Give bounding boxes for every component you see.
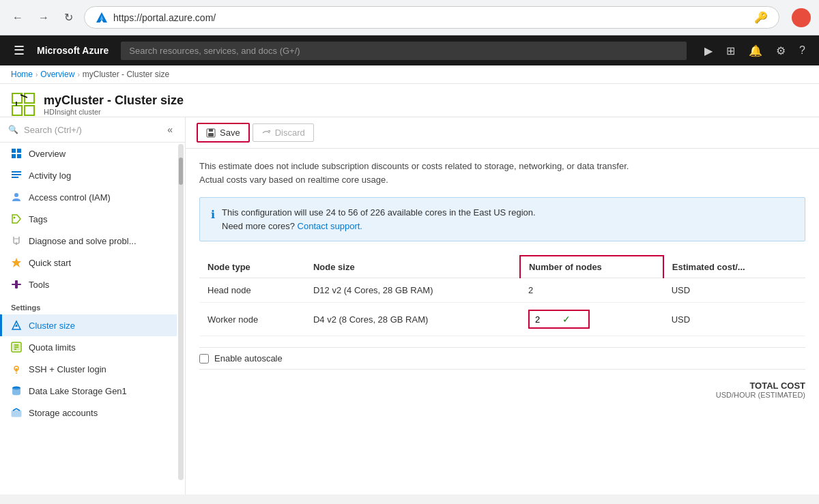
svg-rect-5: [17, 149, 21, 153]
svg-rect-10: [12, 177, 18, 178]
node-input-check-icon: ✓: [562, 314, 571, 325]
sidebar-scrollbar[interactable]: [178, 144, 184, 480]
sidebar-search-input[interactable]: [24, 125, 158, 135]
ssh-login-icon: [11, 364, 22, 374]
enable-autoscale-checkbox[interactable]: [199, 354, 209, 364]
sidebar-item-access-control[interactable]: Access control (IAM): [0, 186, 177, 208]
svg-rect-6: [12, 154, 16, 158]
refresh-button[interactable]: ↻: [60, 8, 77, 27]
sidebar-label-tags: Tags: [29, 214, 47, 224]
save-button[interactable]: Save: [197, 123, 250, 143]
sidebar-item-quick-start[interactable]: Quick start: [0, 252, 177, 273]
sidebar-item-diagnose[interactable]: Diagnose and solve probl...: [0, 230, 177, 252]
th-node-size: Node size: [305, 256, 520, 278]
svg-point-24: [16, 372, 17, 374]
th-node-type: Node type: [199, 256, 305, 278]
sidebar-search-area: 🔍 «: [0, 117, 185, 143]
sidebar-item-ssh-login[interactable]: SSH + Cluster login: [0, 358, 177, 380]
key-icon: 🔑: [754, 11, 768, 24]
table-row-worker-node: Worker node D4 v2 (8 Cores, 28 GB RAM) ✓…: [199, 303, 805, 336]
sidebar-label-quick-start: Quick start: [29, 258, 71, 268]
sidebar-collapse-button[interactable]: «: [163, 123, 177, 136]
svg-rect-4: [12, 149, 16, 153]
forward-button[interactable]: →: [34, 9, 53, 27]
activity-log-icon: [11, 170, 22, 181]
page-title: myCluster - Cluster size: [44, 93, 184, 108]
sidebar-item-data-lake[interactable]: Data Lake Storage Gen1: [0, 380, 177, 402]
cluster-size-icon: [11, 320, 22, 331]
back-button[interactable]: ←: [8, 9, 27, 27]
sidebar-label-data-lake: Data Lake Storage Gen1: [29, 386, 127, 396]
hamburger-button[interactable]: ☰: [8, 40, 30, 61]
sidebar-label-tools: Tools: [29, 280, 49, 290]
discard-icon: [261, 128, 271, 138]
azure-brand-label: Microsoft Azure: [37, 45, 109, 56]
cluster-table: Node type Node size Number of nodes Esti…: [199, 255, 805, 336]
quick-start-icon: [11, 257, 22, 268]
search-icon: 🔍: [8, 125, 18, 134]
browser-chrome: ← → ↻ https://portal.azure.com/ 🔑: [0, 0, 819, 35]
total-cost-section: TOTAL COST USD/HOUR (ESTIMATED): [199, 369, 805, 410]
svg-rect-8: [12, 171, 21, 173]
breadcrumb: Home › Overview › myCluster - Cluster si…: [0, 65, 819, 84]
sidebar-item-tags[interactable]: Tags: [0, 208, 177, 230]
sidebar: 🔍 « Overview: [0, 117, 186, 494]
tags-icon: [11, 213, 22, 224]
tools-icon: [11, 279, 22, 290]
user-avatar[interactable]: [792, 8, 811, 27]
sidebar-item-tools[interactable]: Tools: [0, 273, 177, 295]
sidebar-label-storage-accounts: Storage accounts: [29, 408, 98, 418]
total-cost-sub-label: USD/HOUR (ESTIMATED): [199, 391, 805, 399]
quota-limits-icon: [11, 342, 22, 353]
svg-rect-9: [12, 174, 21, 175]
worker-node-input-wrapper: ✓: [528, 310, 590, 329]
info-message-text: This configuration will use 24 to 56 of …: [222, 207, 536, 231]
notifications-button[interactable]: 🔔: [743, 40, 768, 61]
svg-rect-0: [12, 93, 22, 103]
sidebar-scrollbar-thumb: [179, 158, 183, 185]
sidebar-item-cluster-size[interactable]: Cluster size: [0, 314, 177, 336]
svg-rect-7: [17, 154, 21, 158]
sidebar-item-storage-accounts[interactable]: Storage accounts: [0, 402, 177, 424]
breadcrumb-home[interactable]: Home: [11, 70, 33, 79]
discard-button[interactable]: Discard: [253, 123, 314, 142]
global-search-input[interactable]: [121, 42, 687, 60]
azure-topnav: ☰ Microsoft Azure ▶ ⊞ 🔔 ⚙ ?: [0, 35, 819, 65]
data-lake-icon: [11, 385, 22, 396]
directory-button[interactable]: ⊞: [721, 40, 741, 61]
topnav-icons: ▶ ⊞ 🔔 ⚙ ?: [699, 40, 811, 61]
diagnose-icon: [11, 235, 22, 246]
sidebar-label-access-control: Access control (IAM): [29, 192, 111, 203]
info-box: ℹ This configuration will use 24 to 56 o…: [199, 197, 805, 241]
breadcrumb-overview[interactable]: Overview: [40, 70, 74, 79]
head-node-count: 2: [520, 278, 663, 303]
worker-node-count-input[interactable]: [535, 314, 562, 325]
url-text: https://portal.azure.com/: [113, 12, 216, 23]
settings-section-header: Settings: [0, 295, 177, 314]
svg-rect-16: [15, 280, 18, 288]
help-button[interactable]: ?: [794, 40, 811, 61]
address-bar[interactable]: https://portal.azure.com/ 🔑: [84, 6, 779, 29]
content-body: This estimate does not include subscript…: [186, 149, 819, 421]
storage-accounts-icon: [11, 407, 22, 418]
page-header: myCluster - Cluster size HDInsight clust…: [0, 84, 819, 117]
svg-rect-28: [209, 129, 213, 132]
sidebar-item-quota-limits[interactable]: Quota limits: [0, 336, 177, 358]
th-estimated-cost: Estimated cost/...: [663, 256, 805, 278]
contact-support-link[interactable]: Contact support.: [298, 221, 362, 231]
save-icon: [206, 128, 216, 138]
sidebar-label-diagnose: Diagnose and solve probl...: [29, 236, 136, 246]
head-node-cost: USD: [663, 278, 805, 303]
svg-rect-2: [12, 106, 22, 115]
cloud-shell-button[interactable]: ▶: [699, 40, 718, 61]
sidebar-item-activity-log[interactable]: Activity log: [0, 164, 177, 186]
worker-node-cost: USD: [663, 303, 805, 336]
sidebar-item-overview[interactable]: Overview: [0, 143, 177, 164]
svg-rect-1: [25, 93, 34, 103]
toolbar: Save Discard: [186, 117, 819, 149]
table-row-head-node: Head node D12 v2 (4 Cores, 28 GB RAM) 2 …: [199, 278, 805, 303]
svg-rect-23: [16, 368, 18, 372]
overview-icon: [11, 148, 22, 159]
svg-rect-29: [208, 133, 214, 136]
settings-button[interactable]: ⚙: [771, 40, 791, 61]
